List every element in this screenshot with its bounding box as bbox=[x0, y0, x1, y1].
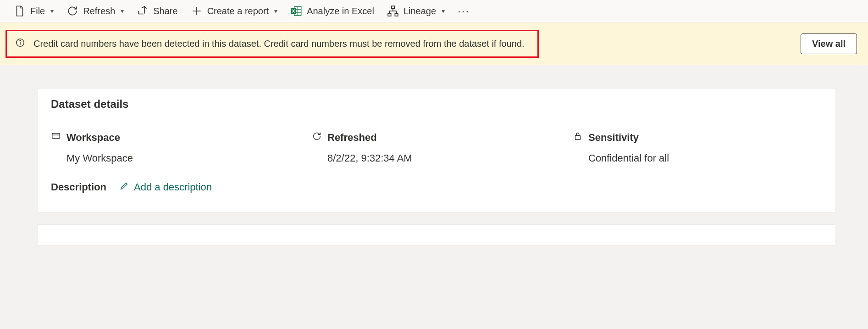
share-button[interactable]: Share bbox=[137, 5, 177, 17]
chevron-down-icon: ▾ bbox=[121, 7, 124, 15]
refreshed-label: Refreshed bbox=[327, 132, 377, 144]
toolbar: File ▾ Refresh ▾ Share Create a report ▾ bbox=[0, 0, 868, 22]
share-label: Share bbox=[153, 6, 177, 17]
banner-message: Credit card numbers have been detected i… bbox=[33, 39, 525, 49]
dataset-details-card: Dataset details Workspace My Workspace bbox=[38, 88, 836, 212]
refreshed-value: 8/2/22, 9:32:34 AM bbox=[312, 152, 562, 164]
file-label: File bbox=[30, 6, 45, 17]
view-all-button[interactable]: View all bbox=[801, 33, 857, 54]
share-icon bbox=[137, 5, 149, 17]
create-report-label: Create a report bbox=[207, 6, 269, 17]
chevron-down-icon: ▾ bbox=[442, 7, 445, 15]
svg-rect-11 bbox=[52, 134, 60, 139]
plus-icon bbox=[191, 5, 203, 17]
chevron-down-icon: ▾ bbox=[50, 7, 54, 15]
sensitivity-icon bbox=[573, 131, 583, 144]
description-label: Description bbox=[51, 181, 106, 193]
vertical-scrollbar[interactable] bbox=[859, 65, 868, 259]
refreshed-detail: Refreshed 8/2/22, 9:32:34 AM bbox=[312, 131, 562, 164]
sensitivity-label: Sensitivity bbox=[588, 132, 639, 144]
workspace-detail: Workspace My Workspace bbox=[51, 131, 301, 164]
workspace-label: Workspace bbox=[66, 132, 120, 144]
lineage-icon bbox=[387, 5, 399, 17]
card-title: Dataset details bbox=[38, 89, 835, 120]
svg-rect-6 bbox=[388, 13, 391, 16]
excel-icon bbox=[290, 5, 302, 17]
chevron-down-icon: ▾ bbox=[274, 7, 277, 15]
file-menu[interactable]: File ▾ bbox=[14, 5, 54, 17]
analyze-excel-button[interactable]: Analyze in Excel bbox=[290, 5, 374, 17]
info-icon bbox=[15, 38, 25, 50]
workspace-value: My Workspace bbox=[51, 152, 301, 164]
add-description-button[interactable]: Add a description bbox=[119, 181, 212, 194]
file-icon bbox=[14, 5, 26, 17]
warning-banner: Credit card numbers have been detected i… bbox=[0, 22, 868, 65]
add-description-label: Add a description bbox=[134, 181, 212, 193]
workspace-icon bbox=[51, 131, 61, 144]
secondary-card bbox=[38, 224, 836, 245]
sensitivity-value: Confidential for all bbox=[573, 152, 823, 164]
refresh-menu[interactable]: Refresh ▾ bbox=[66, 5, 124, 17]
sensitivity-detail: Sensitivity Confidential for all bbox=[573, 131, 823, 164]
svg-point-10 bbox=[20, 40, 21, 41]
banner-highlight: Credit card numbers have been detected i… bbox=[6, 30, 539, 58]
refreshed-icon bbox=[312, 131, 322, 144]
refresh-label: Refresh bbox=[83, 6, 115, 17]
lineage-label: Lineage bbox=[404, 6, 436, 17]
more-options-button[interactable]: ··· bbox=[458, 5, 470, 17]
pencil-icon bbox=[119, 181, 129, 194]
refresh-icon bbox=[66, 5, 78, 17]
lineage-menu[interactable]: Lineage ▾ bbox=[387, 5, 445, 17]
analyze-excel-label: Analyze in Excel bbox=[307, 6, 374, 17]
svg-rect-7 bbox=[395, 13, 398, 16]
svg-rect-12 bbox=[575, 135, 581, 139]
svg-rect-5 bbox=[392, 6, 395, 8]
create-report-menu[interactable]: Create a report ▾ bbox=[191, 5, 278, 17]
left-rail bbox=[0, 65, 10, 259]
